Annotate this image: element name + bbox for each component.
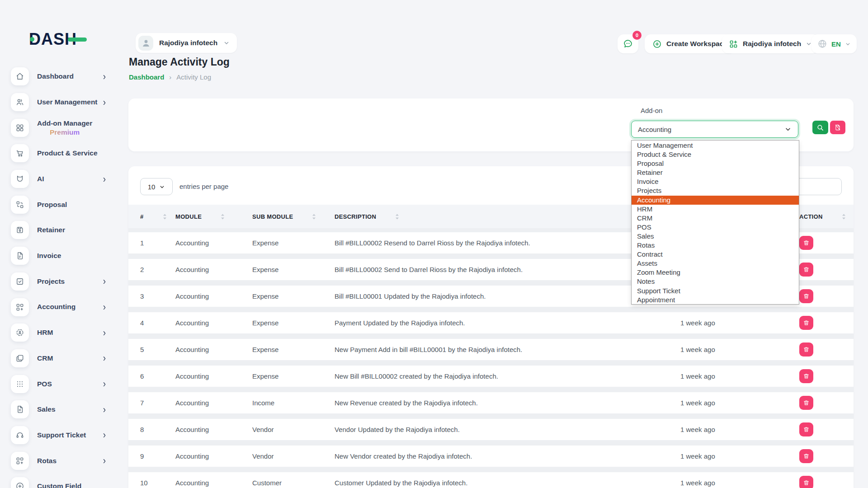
breadcrumb: Dashboard › Activity Log [129,73,211,81]
sort-icon [395,213,399,220]
cell-index: 5 [140,346,175,353]
sidebar-item-label: AI [37,174,44,183]
dropdown-option-projects[interactable]: Projects [632,186,799,195]
table-row: 8 Accounting Vendor Vendor Updated by th… [128,419,854,440]
dropdown-option-zoom-meeting[interactable]: Zoom Meeting [632,268,799,277]
create-workspace-button[interactable]: Create Workspace [645,34,735,53]
dropdown-option-rotas[interactable]: Rotas [632,241,799,250]
chevron-right-icon: › [103,379,106,389]
chevron-right-icon: › [103,353,106,363]
sidebar-item-label: Invoice [37,251,61,260]
delete-button[interactable] [799,369,813,383]
cell-module: Accounting [175,346,252,353]
dropdown-option-user-management[interactable]: User Management [632,141,799,150]
chevron-down-icon [159,184,165,190]
cell-index: 1 [140,239,175,247]
sidebar-item-ai[interactable]: AI › [0,166,117,192]
cell-module: Accounting [175,266,252,273]
dropdown-option-crm[interactable]: CRM [632,214,799,223]
delete-button[interactable] [799,449,813,463]
users-icon [11,93,29,111]
sidebar-item-invoice[interactable]: Invoice › [0,243,117,269]
sidebar-item-support-ticket[interactable]: Support Ticket › [0,422,117,448]
chevron-right-icon: › [103,430,106,440]
entries-per-page-label: entries per page [179,183,228,190]
dropdown-option-pos[interactable]: POS [632,223,799,232]
sidebar-item-projects[interactable]: Projects › [0,269,117,295]
brand-logo[interactable]: DASH [29,30,87,52]
reset-filter-button[interactable] [830,121,845,134]
ai-icon [11,170,29,188]
workspace-selector[interactable]: Rajodiya infotech [136,33,237,53]
chevron-right-icon: › [103,174,106,184]
delete-button[interactable] [799,476,813,488]
dropdown-option-invoice[interactable]: Invoice [632,177,799,186]
column-header-index[interactable]: # [140,213,175,220]
dropdown-option-product-service[interactable]: Product & Service [632,150,799,159]
app: DASH Dashboard › User Management › Add-o… [0,0,868,488]
plus-circle-icon [652,39,662,49]
sidebar-item-accounting[interactable]: Accounting › [0,294,117,320]
delete-button[interactable] [799,289,813,303]
dropdown-option-contract[interactable]: Contract [632,250,799,259]
delete-button[interactable] [799,316,813,330]
cell-sub-module: Expense [252,239,335,247]
cell-description: New Revenue created by the Rajodiya info… [335,399,680,407]
dropdown-option-sales[interactable]: Sales [632,232,799,241]
browser-icon [11,349,29,367]
sidebar-item-label: Product & Service [37,149,98,158]
search-button[interactable] [812,121,828,134]
column-header-module[interactable]: MODULE [175,213,252,220]
table-row: 5 Accounting Expense New Payment Add in … [128,339,854,360]
dropdown-option-accounting[interactable]: Accounting [632,196,799,205]
sidebar-item-pos[interactable]: POS › [0,371,117,397]
column-header-description[interactable]: DESCRIPTION [335,213,680,220]
sidebar-item-dashboard[interactable]: Dashboard › [0,64,117,89]
sidebar-item-crm[interactable]: CRM › [0,346,117,371]
dropdown-option-assets[interactable]: Assets [632,259,799,268]
sidebar-item-hrm[interactable]: HRM › [0,320,117,346]
dropdown-option-retainer[interactable]: Retainer [632,168,799,177]
sidebar-item-rotas[interactable]: Rotas › [0,448,117,474]
dash-logo-icon: DASH [29,30,87,50]
sidebar-item-product-service[interactable]: Product & Service › [0,141,117,166]
column-header-action[interactable]: ACTION [799,213,854,220]
company-selector[interactable]: Rajodiya infotech [722,34,819,53]
breadcrumb-dashboard-link[interactable]: Dashboard [129,73,164,81]
addon-filter-select[interactable]: Accounting [631,121,798,138]
delete-button[interactable] [799,263,813,277]
dropdown-option-hrm[interactable]: HRM [632,205,799,214]
cell-index: 9 [140,452,175,460]
trash-icon [803,239,810,246]
entries-per-page-select[interactable]: 10 [140,178,173,195]
search-icon [816,124,824,131]
delete-button[interactable] [799,422,813,436]
column-header-sub-module[interactable]: SUB MODULE [252,213,335,220]
cell-index: 2 [140,266,175,273]
delete-button[interactable] [799,236,813,250]
sidebar-item-proposal[interactable]: Proposal › [0,192,117,217]
grid-icon [11,119,29,137]
delete-button[interactable] [799,396,813,410]
sidebar-item-retainer[interactable]: Retainer › [0,217,117,243]
trash-icon [803,479,810,486]
chevron-right-icon: › [103,404,106,414]
sidebar-item-custom-field[interactable]: Custom Field › [0,474,117,488]
chevron-right-icon: › [103,71,106,81]
cell-index: 8 [140,426,175,433]
cell-sub-module: Vendor [252,426,335,433]
sidebar-item-sales[interactable]: Sales › [0,397,117,422]
cell-module: Accounting [175,319,252,327]
delete-button[interactable] [799,343,813,357]
sidebar: DASH Dashboard › User Management › Add-o… [0,0,117,488]
messenger-button[interactable]: 0 [618,34,638,53]
sidebar-item-add-on-manager[interactable]: Add-on ManagerPremium › [0,115,117,141]
dropdown-option-support-ticket[interactable]: Support Ticket [632,286,799,296]
workspace-name: Rajodiya infotech [159,39,217,47]
dropdown-option-appointment[interactable]: Appointment [632,296,799,305]
language-selector[interactable]: EN [811,34,857,53]
sidebar-item-user-management[interactable]: User Management › [0,89,117,115]
trash-icon [803,373,810,380]
dropdown-option-proposal[interactable]: Proposal [632,159,799,168]
dropdown-option-notes[interactable]: Notes [632,277,799,286]
